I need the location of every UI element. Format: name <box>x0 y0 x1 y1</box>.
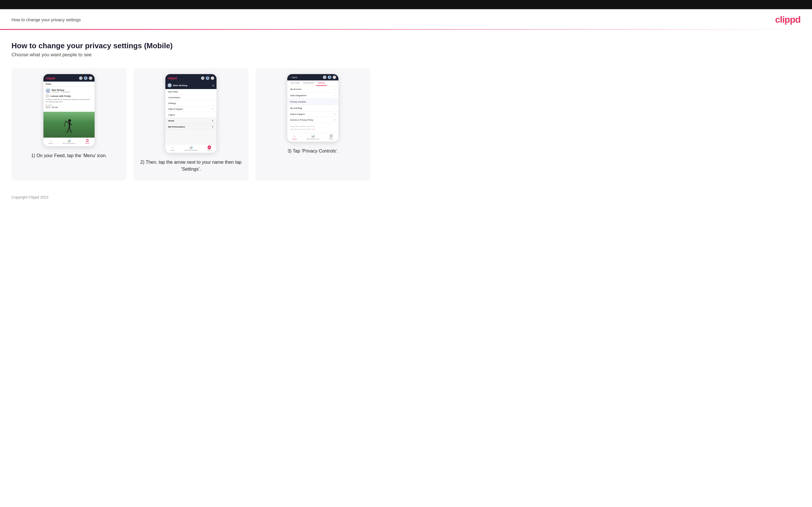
golfer-silhouette <box>64 119 74 136</box>
phone1-logo: clippd <box>46 76 55 80</box>
step1-caption: 1) On your Feed, tap the ‘Menu’ icon. <box>31 152 107 159</box>
phone3-service-ext-icon: ↗ <box>334 119 336 121</box>
phone1-lesson-title: Lesson with Fordy <box>46 94 92 98</box>
step1-card: clippd 🔍 👤 ⚙ Feed Blair McHarg <box>11 68 126 181</box>
phone3-performance-icon: 📊 <box>311 135 314 137</box>
phone2-ext-icon: ↗ <box>212 108 214 110</box>
phone2-section-performance: My Performance ∨ <box>165 124 216 130</box>
phone1-nav-home: ⌂ Home <box>48 139 53 144</box>
phone2-menu-logout: Logout <box>165 112 216 118</box>
phone1-search-icon: 🔍 <box>79 76 83 80</box>
phone3-row-helpsupport: Help & Support ↗ <box>287 111 339 117</box>
phone2-icons: 🔍 👤 ⚙ <box>201 76 214 80</box>
phone3-back-btn: ‹ ‹ Back <box>290 76 297 79</box>
phone2-menu-myprofile: My Profile <box>165 89 216 95</box>
svg-line-4 <box>64 121 65 126</box>
phone2-username: Blair McHarg <box>168 83 187 87</box>
phone3-version-footer: Clippd Client Version: 2022.8.3-3 GQL Se… <box>287 123 339 133</box>
phone2-menu-settings: Settings <box>165 101 216 106</box>
phone3-row-myaccount: My Account › <box>287 86 339 93</box>
phone2-menu-connections: Connections <box>165 95 216 101</box>
page-title: How to change your privacy settings (Mob… <box>11 41 801 50</box>
phone3-golfbag-arrow-icon: › <box>335 107 336 110</box>
phone3-help-ext-icon: ↗ <box>334 113 336 115</box>
phone1-topbar: clippd 🔍 👤 ⚙ <box>43 74 95 81</box>
phone1-golf-image <box>43 112 95 137</box>
phone2-nav-menu: ✕ Menu <box>207 146 212 151</box>
phone3-privacy-arrow-icon: › <box>335 100 336 103</box>
phone-mockup-3: ‹ ‹ Back 🔍 👤 ⚙ My Profile Connections Se… <box>287 74 339 142</box>
phone3-topbar: ‹ ‹ Back 🔍 👤 ⚙ <box>287 74 339 80</box>
phone1-poster-sub: Yesterday · Sunningdale <box>52 91 70 93</box>
svg-line-5 <box>68 127 69 131</box>
phone3-icons: 🔍 👤 ⚙ <box>323 75 336 79</box>
phone3-row-serviceprivacy: Service & Privacy Policy ↗ <box>287 117 339 123</box>
phone3-nav-home: ⌂ Home <box>292 135 297 140</box>
phone2-perf-chevron-icon: ∨ <box>212 125 214 128</box>
logo: clippd <box>775 14 801 25</box>
footer: Copyright Clippd 2022 <box>0 189 812 208</box>
phone2-topbar: clippd 🔍 👤 ⚙ <box>165 74 216 81</box>
phone-mockup-2: clippd 🔍 👤 ⚙ Blair McHarg ∧ <box>165 74 217 153</box>
phone2-avatar <box>168 83 172 87</box>
phone1-icons: 🔍 👤 ⚙ <box>79 76 92 80</box>
header: How to change your privacy settings clip… <box>0 9 812 29</box>
svg-line-8 <box>71 131 72 132</box>
phone3-myaccount-arrow-icon: › <box>335 88 336 91</box>
phone1-feed-post: Blair McHarg Yesterday · Sunningdale Les… <box>43 87 95 112</box>
phone3-gear-icon: ⚙ <box>333 75 336 79</box>
phone3-row-dataintegrations: Data Integrations › <box>287 93 339 99</box>
step2-caption: 2) Then, tap the arrow next to your name… <box>139 159 243 173</box>
phone3-settings-list: My Account › Data Integrations › Privacy… <box>287 86 339 123</box>
phone2-chevron-up-icon: ∧ <box>212 84 214 87</box>
svg-line-6 <box>69 127 71 131</box>
step3-caption: 3) Tap ‘Privacy Controls’. <box>288 148 339 155</box>
phone3-home-icon: ⌂ <box>293 135 296 137</box>
phone3-tab-connections: Connections <box>301 80 316 86</box>
breadcrumb: How to change your privacy settings <box>11 17 81 22</box>
top-bar <box>0 0 812 9</box>
phone2-menu-helpsupport: Help & Support ↗ <box>165 106 216 112</box>
phone1-feed-tab: Feed <box>43 81 95 87</box>
phone2-section-home: Home ∨ <box>165 118 216 124</box>
phone1-duration-value: 01 hr : 30 min <box>46 106 92 108</box>
svg-point-0 <box>68 119 71 122</box>
phone3-search-icon: 🔍 <box>323 75 326 79</box>
phone2-search-icon: 🔍 <box>201 76 204 80</box>
phone2-user-row: Blair McHarg ∧ <box>165 81 216 89</box>
step2-card: clippd 🔍 👤 ⚙ Blair McHarg ∧ <box>134 68 248 181</box>
home-icon: ⌂ <box>49 139 52 142</box>
phone3-row-mygolfbag: My Golf Bag › <box>287 105 339 111</box>
phone1-poster-name: Blair McHarg <box>52 89 70 91</box>
phone3-settings-tabs: My Profile Connections Settings <box>287 80 339 86</box>
phone1-nav-performance: 📊 My Performance <box>63 139 75 144</box>
phone2-logo: clippd <box>168 76 177 80</box>
svg-line-7 <box>67 131 68 132</box>
phone1-bottomnav: ⌂ Home 📊 My Performance <box>43 137 95 146</box>
phone3-version2: GQL Server Version: 2022.7.30-1 <box>290 128 336 131</box>
phone-mockup-1: clippd 🔍 👤 ⚙ Feed Blair McHarg <box>43 74 95 147</box>
phone2-user-icon: 👤 <box>206 76 209 80</box>
phone2-performance-icon: 📊 <box>189 146 193 149</box>
back-chevron-icon: ‹ <box>290 76 291 79</box>
phone3-dataint-arrow-icon: › <box>335 94 336 97</box>
phone3-nav-menu: Menu <box>329 135 334 140</box>
phone3-row-privacycontrols: Privacy Controls › <box>287 99 339 105</box>
phone1-duration-label: Duration <box>46 104 92 106</box>
phone2-bottomnav: ⌂ Home 📊 My Performance ✕ Menu <box>165 144 216 153</box>
main-content: How to change your privacy settings (Mob… <box>0 30 812 189</box>
phone3-user-icon: 👤 <box>328 75 331 79</box>
phone3-version1: Clippd Client Version: 2022.8.3-3 <box>290 125 336 128</box>
phone1-lesson-icon <box>46 94 49 98</box>
page-subtitle: Choose what you want people to see <box>11 52 801 58</box>
phone1-user-icon: 👤 <box>84 76 88 80</box>
phone2-home-icon: ⌂ <box>171 146 174 149</box>
steps-row: clippd 🔍 👤 ⚙ Feed Blair McHarg <box>11 68 801 181</box>
phone2-gear-icon: ⚙ <box>211 76 214 80</box>
phone2-nav-performance: 📊 My Performance <box>185 146 197 151</box>
menu-icon <box>86 139 89 142</box>
phone2-menu-close-icon: ✕ <box>208 146 211 149</box>
phone2-menu-items: My Profile Connections Settings Help & S… <box>165 89 216 130</box>
phone1-nav-menu: Menu <box>86 139 90 144</box>
phone3-tab-myprofile: My Profile <box>289 80 301 86</box>
